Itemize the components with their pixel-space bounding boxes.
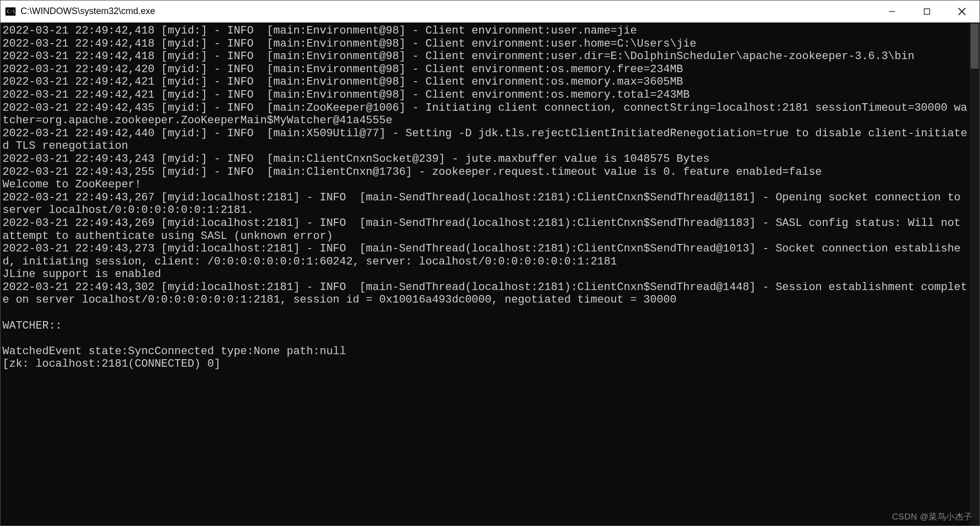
window-title: C:\WINDOWS\system32\cmd.exe: [21, 6, 874, 17]
svg-rect-3: [924, 9, 930, 14]
cmd-icon: C:\: [5, 6, 17, 18]
watermark-text: CSDN @菜鸟小杰子: [892, 511, 972, 522]
svg-text:C:\: C:\: [7, 8, 16, 14]
maximize-button[interactable]: [909, 1, 944, 22]
scrollbar-track[interactable]: [969, 23, 979, 525]
minimize-button[interactable]: [874, 1, 909, 22]
window-controls: [874, 1, 979, 22]
titlebar[interactable]: C:\ C:\WINDOWS\system32\cmd.exe: [1, 1, 979, 23]
terminal-area: 2022-03-21 22:49:42,418 [myid:] - INFO […: [1, 23, 979, 525]
cmd-window: C:\ C:\WINDOWS\system32\cmd.exe 2022-03-…: [0, 0, 980, 526]
close-button[interactable]: [944, 1, 979, 22]
scrollbar-thumb[interactable]: [970, 24, 978, 69]
terminal-output[interactable]: 2022-03-21 22:49:42,418 [myid:] - INFO […: [1, 23, 969, 525]
